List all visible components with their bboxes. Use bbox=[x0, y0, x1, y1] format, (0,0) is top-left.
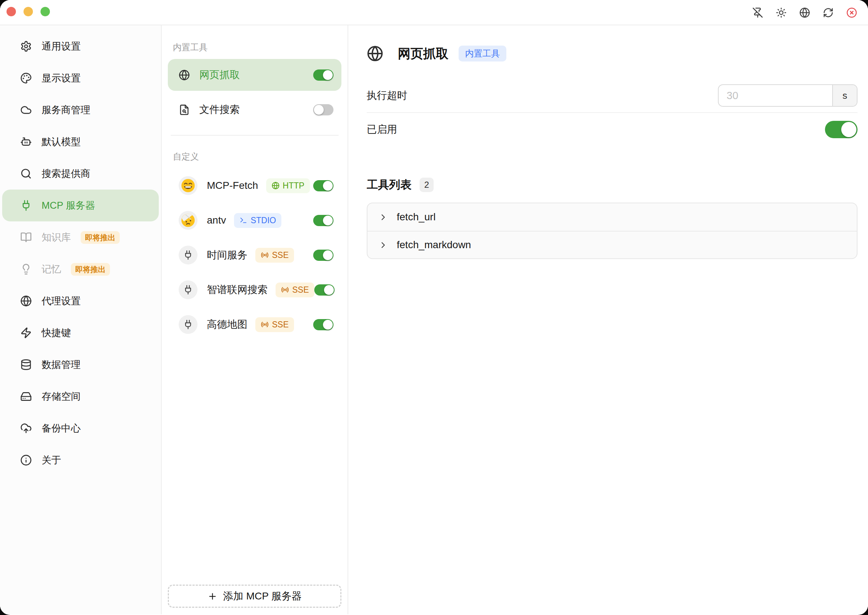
timeout-input-group: s bbox=[718, 84, 857, 107]
custom-section-label: 自定义 bbox=[173, 151, 341, 162]
page-title: 网页抓取 bbox=[398, 45, 449, 62]
toggle-knob bbox=[314, 105, 324, 115]
builtin-server-list: 网页抓取文件搜索 bbox=[168, 59, 341, 125]
plug-icon bbox=[183, 250, 193, 260]
emoji-grin-icon bbox=[180, 178, 196, 194]
titlebar-theme-button[interactable] bbox=[776, 7, 787, 18]
circle-x-icon bbox=[846, 7, 857, 18]
chevron-right-icon bbox=[378, 212, 388, 222]
tools-header: 工具列表 2 bbox=[367, 177, 857, 192]
titlebar-language-button[interactable] bbox=[799, 7, 810, 18]
sidebar-item-label: MCP 服务器 bbox=[42, 199, 95, 212]
sidebar-item-label: 备份中心 bbox=[42, 422, 81, 435]
hard-drive-icon bbox=[20, 391, 32, 402]
titlebar-close-window-button[interactable] bbox=[846, 7, 857, 18]
server-detail-panel: 网页抓取 内置工具 执行超时 s 已启用 工具列表 2 fetch_urlfet… bbox=[348, 25, 868, 614]
tool-row-fetch_url[interactable]: fetch_url bbox=[368, 203, 857, 231]
search-icon bbox=[20, 168, 32, 180]
titlebar-pin-window-button[interactable] bbox=[752, 7, 763, 18]
cloud-upload-icon bbox=[20, 423, 32, 434]
zhipu-web-search-toggle[interactable] bbox=[314, 284, 335, 295]
detail-header: 网页抓取 内置工具 bbox=[367, 42, 857, 65]
sidebar-item-label: 快捷键 bbox=[42, 326, 71, 339]
file-search-toggle[interactable] bbox=[313, 104, 333, 116]
antv-toggle[interactable] bbox=[313, 215, 333, 226]
sidebar-item-label: 通用设置 bbox=[42, 40, 81, 53]
sidebar-item-default-models[interactable]: 默认模型 bbox=[2, 126, 159, 158]
server-avatar bbox=[179, 246, 198, 264]
time-service-toggle[interactable] bbox=[313, 250, 333, 261]
tool-row-fetch_markdown[interactable]: fetch_markdown bbox=[368, 231, 857, 258]
bot-icon bbox=[20, 136, 32, 148]
toggle-knob bbox=[323, 250, 333, 260]
server-item-mcp-fetch[interactable]: MCP-FetchHTTP bbox=[168, 168, 341, 203]
titlebar-refresh-button[interactable] bbox=[823, 7, 834, 18]
sidebar-item-search-provider[interactable]: 搜索提供商 bbox=[2, 158, 159, 190]
amap-toggle[interactable] bbox=[313, 319, 333, 330]
cloud-icon bbox=[20, 104, 32, 116]
timeout-input[interactable] bbox=[718, 85, 832, 106]
toggle-knob bbox=[324, 285, 334, 295]
transport-badge-stdio: STDIO bbox=[234, 213, 281, 228]
server-item-file-search[interactable]: 文件搜索 bbox=[168, 94, 341, 125]
sidebar-item-knowledge-base[interactable]: 知识库即将推出 bbox=[2, 222, 159, 253]
server-name: 时间服务 bbox=[207, 248, 248, 262]
sidebar-item-provider-management[interactable]: 服务商管理 bbox=[2, 94, 159, 126]
plug-icon bbox=[183, 320, 193, 329]
timeout-unit: s bbox=[832, 85, 857, 106]
sun-icon bbox=[776, 7, 787, 18]
sidebar-item-data-management[interactable]: 数据管理 bbox=[2, 349, 159, 381]
sidebar-item-memory[interactable]: 记忆即将推出 bbox=[2, 253, 159, 285]
server-item-time-service[interactable]: 时间服务SSE bbox=[168, 238, 341, 272]
globe-icon bbox=[179, 69, 190, 81]
mcp-server-list-panel: 内置工具 网页抓取文件搜索 自定义 MCP-FetchHTTPantvSTDIO… bbox=[162, 25, 348, 614]
coming-soon-badge: 即将推出 bbox=[71, 263, 110, 276]
plug-icon bbox=[20, 200, 32, 211]
timeout-label: 执行超时 bbox=[367, 89, 407, 102]
chevron-right-icon bbox=[378, 240, 388, 250]
titlebar bbox=[0, 0, 868, 25]
mcp-fetch-toggle[interactable] bbox=[313, 180, 333, 191]
server-name: 文件搜索 bbox=[199, 103, 240, 117]
sidebar-item-label: 代理设置 bbox=[42, 295, 81, 308]
server-name: 网页抓取 bbox=[199, 68, 240, 82]
server-item-web-scraping[interactable]: 网页抓取 bbox=[168, 59, 341, 91]
sidebar-item-label: 知识库 bbox=[42, 231, 71, 244]
transport-label: SSE bbox=[272, 251, 288, 259]
add-mcp-server-button[interactable]: 添加 MCP 服务器 bbox=[168, 585, 341, 608]
info-icon bbox=[20, 454, 32, 466]
sidebar-item-storage-space[interactable]: 存储空间 bbox=[2, 381, 159, 412]
server-item-zhipu-web-search[interactable]: 智谱联网搜索SSE bbox=[168, 272, 341, 307]
toggle-knob bbox=[841, 122, 856, 137]
sidebar-item-display-settings[interactable]: 显示设置 bbox=[2, 62, 159, 94]
close-traffic-light[interactable] bbox=[6, 7, 16, 16]
sidebar-item-mcp-servers[interactable]: MCP 服务器 bbox=[2, 190, 159, 222]
server-item-antv[interactable]: antvSTDIO bbox=[168, 203, 341, 238]
radio-icon bbox=[261, 251, 269, 259]
toggle-knob bbox=[323, 215, 333, 225]
sidebar-item-backup-center[interactable]: 备份中心 bbox=[2, 412, 159, 444]
app-body: 通用设置显示设置服务商管理默认模型搜索提供商MCP 服务器知识库即将推出记忆即将… bbox=[0, 25, 868, 614]
radio-icon bbox=[281, 286, 289, 294]
enabled-row: 已启用 bbox=[367, 113, 857, 146]
sidebar-item-label: 记忆 bbox=[42, 263, 61, 276]
transport-badge-http: HTTP bbox=[266, 178, 310, 193]
minimize-traffic-light[interactable] bbox=[23, 7, 33, 16]
web-scraping-toggle[interactable] bbox=[313, 69, 333, 81]
server-name: MCP-Fetch bbox=[207, 180, 258, 191]
sidebar-item-about[interactable]: 关于 bbox=[2, 444, 159, 476]
file-search-icon bbox=[179, 104, 190, 116]
plus-icon bbox=[207, 592, 217, 601]
sidebar-item-general-settings[interactable]: 通用设置 bbox=[2, 30, 159, 62]
server-item-amap[interactable]: 高德地图SSE bbox=[168, 307, 341, 342]
transport-label: SSE bbox=[292, 286, 309, 294]
builtin-section-label: 内置工具 bbox=[173, 42, 341, 53]
enabled-toggle[interactable] bbox=[825, 121, 857, 138]
sidebar-item-proxy-settings[interactable]: 代理设置 bbox=[2, 285, 159, 317]
sidebar-item-shortcuts[interactable]: 快捷键 bbox=[2, 317, 159, 349]
coming-soon-badge: 即将推出 bbox=[81, 231, 120, 244]
zoom-traffic-light[interactable] bbox=[41, 7, 50, 16]
sidebar-item-label: 默认模型 bbox=[42, 135, 81, 148]
enabled-label: 已启用 bbox=[367, 123, 397, 136]
tool-name: fetch_markdown bbox=[397, 239, 471, 251]
